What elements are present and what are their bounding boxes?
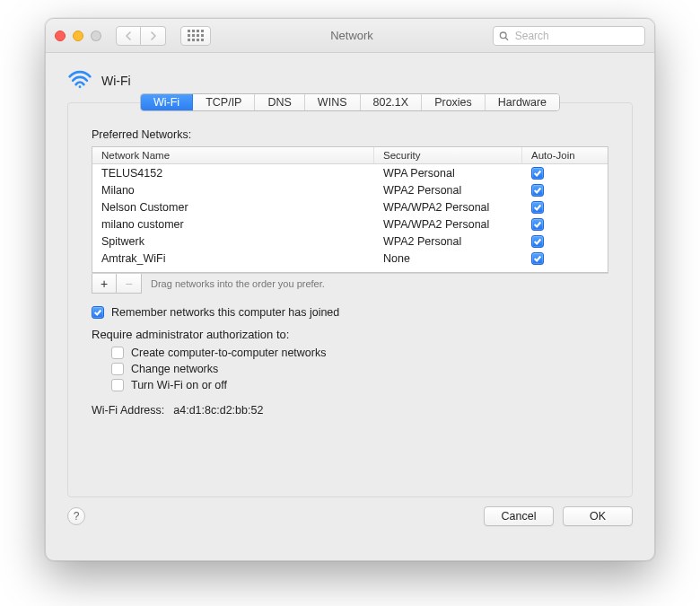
remember-networks-checkbox[interactable] [92,306,104,319]
admin-options: Create computer-to-computer networks Cha… [111,347,608,391]
nav-group [116,26,166,46]
network-preferences-window: Network Wi-Fi Wi-Fi TCP/IP DNS WINS 802.… [45,18,655,561]
network-name-cell: TELUS4152 [92,164,374,181]
check-icon [533,186,542,195]
help-icon: ? [74,510,80,523]
wifi-panel: Preferred Networks: Network Name Securit… [67,102,633,497]
forward-button[interactable] [141,26,166,46]
autojoin-checkbox[interactable] [531,235,544,248]
table-row[interactable]: Nelson CustomerWPA/WPA2 Personal [92,198,608,215]
col-security[interactable]: Security [374,147,522,163]
col-network-name[interactable]: Network Name [92,147,374,163]
network-autojoin-cell [522,215,608,233]
table-row[interactable]: Amtrak_WiFiNone [92,250,608,267]
footer: ? Cancel OK [46,497,654,526]
search-input[interactable] [513,29,639,43]
remember-networks-row: Remember networks this computer has join… [92,306,608,319]
tab-proxies[interactable]: Proxies [422,94,486,110]
network-autojoin-cell [522,233,608,250]
preferred-networks-table: Network Name Security Auto-Join TELUS415… [92,146,608,273]
check-icon [533,254,542,263]
admin-create-label: Create computer-to-computer networks [131,347,326,359]
network-name-cell: Milano [92,181,374,198]
help-button[interactable]: ? [67,507,85,525]
check-icon [533,203,542,212]
admin-toggle-checkbox[interactable] [111,379,124,391]
tab-8021x[interactable]: 802.1X [361,94,423,110]
autojoin-checkbox[interactable] [531,218,544,231]
network-autojoin-cell [522,181,608,198]
network-security-cell: None [374,250,522,267]
col-autojoin[interactable]: Auto-Join [522,147,608,163]
admin-toggle-label: Turn Wi-Fi on or off [131,379,227,391]
window-controls [55,31,101,41]
table-row[interactable]: milano customerWPA/WPA2 Personal [92,215,608,233]
admin-create-checkbox[interactable] [111,347,124,359]
page-title: Wi-Fi [101,74,131,88]
admin-change-row: Change networks [111,363,608,375]
drag-hint: Drag networks into the order you prefer. [142,278,325,289]
close-button[interactable] [55,31,66,41]
network-security-cell: WPA Personal [374,164,522,181]
add-network-button[interactable]: + [92,274,117,294]
back-button[interactable] [116,26,141,46]
svg-line-1 [505,38,508,40]
check-icon [533,220,542,229]
network-security-cell: WPA/WPA2 Personal [374,198,522,215]
check-icon [93,308,102,317]
network-name-cell: Spitwerk [92,233,374,250]
preferred-networks-label: Preferred Networks: [92,128,608,141]
chevron-left-icon [125,31,133,40]
wifi-icon [67,69,92,92]
autojoin-checkbox[interactable] [531,252,544,265]
table-row[interactable]: MilanoWPA2 Personal [92,181,608,198]
ok-button[interactable]: OK [563,506,633,526]
wifi-address-value: a4:d1:8c:d2:bb:52 [173,404,263,417]
admin-create-row: Create computer-to-computer networks [111,347,608,359]
autojoin-checkbox[interactable] [531,201,544,214]
tab-wins[interactable]: WINS [305,94,361,110]
table-row[interactable]: SpitwerkWPA2 Personal [92,233,608,250]
remember-networks-label: Remember networks this computer has join… [111,306,339,319]
chevron-right-icon [149,31,157,40]
admin-change-checkbox[interactable] [111,363,124,375]
header: Wi-Fi [46,53,654,99]
autojoin-checkbox[interactable] [531,167,544,180]
check-icon [533,169,542,178]
svg-point-2 [79,85,82,88]
wifi-address-label: Wi-Fi Address: [92,404,164,417]
minimize-button[interactable] [73,31,83,41]
check-icon [533,237,542,246]
search-field[interactable] [493,26,645,46]
network-security-cell: WPA2 Personal [374,233,522,250]
svg-point-0 [500,31,506,38]
cancel-button[interactable]: Cancel [484,506,554,526]
tabs: Wi-Fi TCP/IP DNS WINS 802.1X Proxies Har… [46,93,654,111]
network-security-cell: WPA2 Personal [374,181,522,198]
grid-icon [188,30,204,41]
table-header: Network Name Security Auto-Join [92,147,608,164]
network-autojoin-cell [522,198,608,215]
tab-tcpip[interactable]: TCP/IP [193,94,255,110]
window-title: Network [220,29,484,42]
network-name-cell: Amtrak_WiFi [92,250,374,267]
tab-dns[interactable]: DNS [255,94,304,110]
remove-network-button[interactable]: − [117,274,142,294]
table-footer: + − Drag networks into the order you pre… [92,273,608,294]
network-name-cell: milano customer [92,215,374,233]
maximize-button [91,31,101,41]
tab-hardware[interactable]: Hardware [486,94,559,110]
show-all-button[interactable] [180,26,211,46]
autojoin-checkbox[interactable] [531,184,544,197]
search-icon [499,31,509,41]
tab-wifi[interactable]: Wi-Fi [141,94,193,110]
require-admin-label: Require administrator authorization to: [92,328,608,341]
titlebar: Network [46,19,654,53]
table-row[interactable]: TELUS4152WPA Personal [92,164,608,181]
network-name-cell: Nelson Customer [92,198,374,215]
table-body: TELUS4152WPA PersonalMilanoWPA2 Personal… [92,164,608,272]
admin-toggle-row: Turn Wi-Fi on or off [111,379,608,391]
network-security-cell: WPA/WPA2 Personal [374,215,522,233]
admin-change-label: Change networks [131,363,218,375]
network-autojoin-cell [522,250,608,267]
